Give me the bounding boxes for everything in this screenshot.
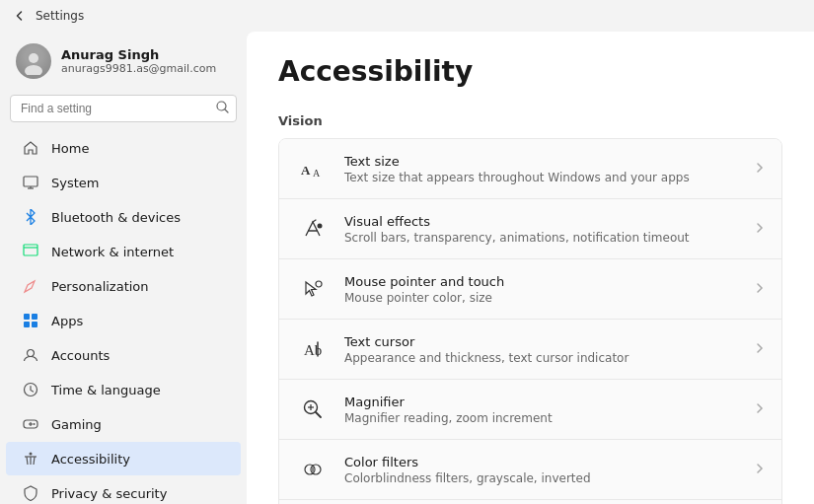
sidebar-item-personalization[interactable]: Personalization [6,269,241,303]
magnifier-desc: Magnifier reading, zoom increment [344,411,553,425]
svg-rect-10 [24,322,30,327]
mouse-pointer-desc: Mouse pointer color, size [344,291,504,305]
svg-text:Ab: Ab [304,342,322,358]
sidebar-item-label-accessibility: Accessibility [51,452,130,467]
bluetooth-icon [22,208,39,226]
visual-effects-title: Visual effects [344,214,690,229]
svg-line-3 [225,109,228,112]
sidebar-item-bluetooth[interactable]: Bluetooth & devices [6,200,241,234]
magnifier-text: MagnifierMagnifier reading, zoom increme… [344,395,553,425]
text-cursor-text: Text cursorAppearance and thickness, tex… [344,334,629,365]
privacy-icon [22,484,39,502]
accounts-icon [22,346,39,364]
text-cursor-desc: Appearance and thickness, text cursor in… [344,351,629,365]
svg-rect-4 [24,177,37,186]
svg-rect-8 [24,314,30,320]
magnifier-title: Magnifier [344,395,553,409]
home-icon [22,139,39,157]
sidebar-item-label-privacy: Privacy & security [51,486,167,501]
sidebar-item-label-system: System [51,176,99,190]
svg-point-23 [318,224,323,229]
svg-text:A: A [313,168,321,179]
user-email: anurags9981.as@gmail.com [61,62,216,75]
apps-icon [22,312,39,329]
main-content: Accessibility Vision AAText sizeText siz… [247,32,814,504]
system-icon [22,174,39,191]
titlebar: Settings [0,0,814,32]
personalization-icon [22,277,39,295]
svg-rect-7 [24,245,37,255]
svg-point-12 [28,350,35,357]
text-size-icon: AA [297,153,329,184]
user-profile[interactable]: Anurag Singh anurags9981.as@gmail.com [0,32,247,91]
color-filters-chevron [756,463,764,477]
mouse-pointer-text: Mouse pointer and touchMouse pointer col… [344,274,504,305]
network-icon [22,243,39,260]
text-size-title: Text size [344,154,690,169]
text-cursor-title: Text cursor [344,334,629,349]
svg-text:A: A [301,163,311,178]
titlebar-label: Settings [36,9,84,23]
avatar [16,43,51,79]
sidebar-item-accounts[interactable]: Accounts [6,338,241,372]
settings-item-text-cursor[interactable]: AbText cursorAppearance and thickness, t… [279,320,781,380]
sidebar-item-label-personalization: Personalization [51,279,149,294]
magnifier-chevron [756,402,764,417]
svg-point-24 [316,281,322,287]
sidebar-item-apps[interactable]: Apps [6,304,241,337]
svg-rect-9 [32,314,37,320]
sidebar-item-time[interactable]: Time & language [6,373,241,406]
settings-item-visual-effects[interactable]: Visual effectsScroll bars, transparency,… [279,199,781,259]
text-size-text: Text sizeText size that appears througho… [344,154,690,184]
sidebar: Anurag Singh anurags9981.as@gmail.com Ho… [0,32,247,504]
sidebar-item-privacy[interactable]: Privacy & security [6,476,241,504]
sidebar-item-system[interactable]: System [6,166,241,199]
svg-point-18 [30,453,33,456]
sidebar-item-home[interactable]: Home [6,131,241,165]
magnifier-icon [297,394,329,425]
accessibility-icon [22,450,39,468]
svg-point-17 [34,423,36,425]
sidebar-item-gaming[interactable]: Gaming [6,407,241,441]
svg-rect-11 [32,322,37,327]
svg-line-28 [316,412,321,417]
search-icon [216,101,229,116]
visual-effects-chevron [756,222,764,237]
text-size-chevron [756,162,764,177]
gaming-icon [22,415,39,433]
settings-item-text-size[interactable]: AAText sizeText size that appears throug… [279,139,781,199]
search-box [10,95,237,122]
svg-point-0 [29,53,38,63]
color-filters-desc: Colorblindness filters, grayscale, inver… [344,471,591,485]
color-filters-icon [297,454,329,485]
color-filters-text: Color filtersColorblindness filters, gra… [344,455,591,485]
settings-item-color-filters[interactable]: Color filtersColorblindness filters, gra… [279,440,781,500]
mouse-pointer-chevron [756,282,764,297]
visual-effects-desc: Scroll bars, transparency, animations, n… [344,231,690,245]
settings-list: AAText sizeText size that appears throug… [278,138,782,504]
sidebar-item-network[interactable]: Network & internet [6,235,241,268]
text-size-desc: Text size that appears throughout Window… [344,171,690,184]
svg-point-1 [25,65,42,75]
mouse-pointer-title: Mouse pointer and touch [344,274,504,289]
visual-effects-text: Visual effectsScroll bars, transparency,… [344,214,690,245]
search-input[interactable] [10,95,237,122]
user-info: Anurag Singh anurags9981.as@gmail.com [61,47,216,75]
user-name: Anurag Singh [61,47,216,62]
text-cursor-chevron [756,342,764,357]
sidebar-item-label-home: Home [51,141,89,156]
page-title: Accessibility [278,55,782,88]
time-icon [22,381,39,398]
section-header: Vision [278,108,782,134]
visual-effects-icon [297,213,329,245]
back-button[interactable] [12,8,28,24]
settings-item-mouse-pointer[interactable]: Mouse pointer and touchMouse pointer col… [279,259,781,320]
mouse-pointer-icon [297,273,329,305]
sidebar-item-label-gaming: Gaming [51,417,102,432]
text-cursor-icon: Ab [297,333,329,365]
settings-item-magnifier[interactable]: MagnifierMagnifier reading, zoom increme… [279,380,781,440]
sidebar-item-label-time: Time & language [51,383,161,397]
settings-item-contrast-themes[interactable]: Contrast themesColor themes for low visi… [279,500,781,504]
sidebar-item-accessibility[interactable]: Accessibility [6,442,241,475]
sidebar-item-label-bluetooth: Bluetooth & devices [51,210,181,225]
